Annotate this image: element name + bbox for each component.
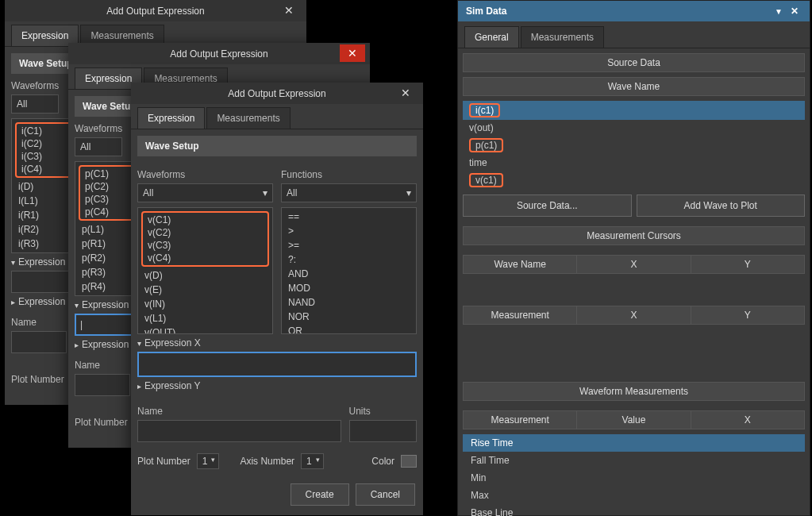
panel-title[interactable]: Sim Data ▼ ✕: [458, 1, 810, 21]
measurement-row[interactable]: Max: [463, 487, 805, 504]
axis-number-select[interactable]: 1: [301, 453, 324, 469]
dialog-title: Add Output Expression: [170, 48, 267, 60]
list-item[interactable]: MOD: [282, 281, 416, 295]
measurement-cursors-header: Measurement Cursors: [463, 226, 805, 245]
tab-measurements[interactable]: Measurements: [206, 107, 290, 129]
col-wave-name: Wave Name: [464, 256, 577, 273]
waveforms-filter-select[interactable]: All: [11, 94, 59, 114]
titlebar[interactable]: Add Output Expression ✕: [131, 83, 423, 104]
list-item[interactable]: ==: [282, 210, 416, 224]
waveforms-listbox[interactable]: v(C1) v(C2) v(C3) v(C4) v(D) v(E) v(IN) …: [137, 207, 273, 334]
waveform-measurements-header: Waveform Measurements: [463, 382, 805, 401]
plot-number-select[interactable]: 1: [197, 453, 220, 469]
tab-expression[interactable]: Expression: [137, 107, 205, 129]
source-data-header: Source Data: [463, 53, 805, 72]
wave-row[interactable]: time: [463, 155, 805, 171]
add-wave-button[interactable]: Add Wave to Plot: [637, 194, 806, 217]
name-input[interactable]: [137, 420, 341, 442]
wave-row[interactable]: v(out): [463, 120, 805, 136]
wave-name-list[interactable]: i(c1) v(out) p(c1) time v(c1): [463, 101, 805, 190]
expression-y-toggle[interactable]: Expression Y: [137, 377, 417, 395]
measurement-row[interactable]: Base Line: [463, 504, 805, 516]
col-x: X: [691, 411, 804, 429]
close-icon[interactable]: ✕: [393, 84, 418, 102]
dialog-title: Add Output Expression: [228, 88, 325, 99]
panel-tabs: General Measurements: [458, 26, 810, 48]
waveforms-filter-select[interactable]: All: [75, 137, 122, 156]
list-item[interactable]: v(C2): [144, 226, 266, 239]
col-y: Y: [691, 306, 804, 324]
list-item[interactable]: v(C1): [144, 214, 266, 226]
panel-title-label: Sim Data: [466, 6, 506, 17]
list-item[interactable]: v(D): [138, 268, 272, 283]
col-measurement: Measurement: [464, 411, 577, 429]
wave-setup-header: Wave Setup: [137, 136, 417, 156]
list-item[interactable]: >: [282, 224, 416, 238]
titlebar[interactable]: Add Output Expression ✕: [68, 43, 370, 64]
functions-label: Functions: [281, 169, 417, 180]
tabs: Expression Measurements: [131, 107, 423, 129]
col-wave-name: Wave Name: [464, 78, 804, 95]
tab-general[interactable]: General: [464, 26, 519, 48]
wave-row[interactable]: i(c1): [463, 101, 805, 120]
list-item[interactable]: v(IN): [138, 297, 272, 311]
list-item[interactable]: ?:: [282, 252, 416, 267]
measurement-row[interactable]: Min: [463, 469, 805, 487]
waveforms-filter-select[interactable]: All▾: [137, 183, 273, 202]
close-icon[interactable]: ✕: [276, 2, 302, 19]
list-item[interactable]: v(C4): [144, 252, 266, 264]
close-icon[interactable]: ✕: [340, 44, 365, 62]
list-item[interactable]: OR: [282, 324, 416, 334]
name-input[interactable]: [75, 374, 130, 396]
name-input[interactable]: [11, 331, 67, 353]
pin-icon[interactable]: ▼: [770, 7, 787, 16]
color-label: Color: [371, 456, 394, 467]
list-item[interactable]: v(C3): [144, 239, 266, 252]
list-item[interactable]: NOR: [282, 310, 416, 324]
list-item[interactable]: AND: [282, 267, 416, 281]
name-label: Name: [137, 406, 341, 417]
cancel-button[interactable]: Cancel: [356, 483, 415, 506]
tab-measurements[interactable]: Measurements: [521, 26, 604, 48]
titlebar[interactable]: Add Output Expression ✕: [5, 0, 306, 21]
source-data-button[interactable]: Source Data...: [463, 194, 632, 217]
expression-x-input[interactable]: [137, 352, 417, 377]
list-item[interactable]: >=: [282, 238, 416, 252]
color-swatch[interactable]: [401, 455, 417, 468]
list-item[interactable]: NAND: [282, 295, 416, 310]
wave-row[interactable]: p(c1): [463, 136, 805, 155]
col-y: Y: [691, 256, 804, 273]
sim-data-panel: Sim Data ▼ ✕ General Measurements Source…: [457, 0, 810, 516]
axis-number-label: Axis Number: [240, 456, 294, 467]
col-x: X: [577, 256, 691, 273]
create-button[interactable]: Create: [291, 483, 349, 506]
wave-row[interactable]: v(c1): [463, 171, 805, 190]
col-measurement: Measurement: [464, 306, 577, 324]
highlighted-group: v(C1) v(C2) v(C3) v(C4): [141, 211, 269, 267]
col-x: X: [577, 306, 691, 324]
close-icon[interactable]: ✕: [787, 6, 802, 17]
dialog-title: Add Output Expression: [106, 6, 204, 17]
list-item[interactable]: v(L1): [138, 311, 272, 325]
waveforms-label: Waveforms: [137, 169, 273, 180]
functions-listbox[interactable]: == > >= ?: AND MOD NAND NOR OR XOR ^: [281, 207, 417, 334]
measurement-row[interactable]: Fall Time: [463, 452, 805, 469]
col-value: Value: [577, 411, 691, 429]
functions-filter-select[interactable]: All▾: [281, 183, 417, 202]
plot-number-label: Plot Number: [137, 456, 190, 467]
list-item[interactable]: v(OUT): [138, 325, 272, 334]
measurement-row[interactable]: Rise Time: [463, 434, 805, 452]
add-output-expression-dialog-3: Add Output Expression ✕ Expression Measu…: [131, 83, 423, 515]
list-item[interactable]: v(E): [138, 283, 272, 297]
expression-x-toggle[interactable]: Expression X: [137, 334, 417, 352]
units-input[interactable]: [349, 420, 418, 442]
units-label: Units: [349, 406, 418, 417]
waveform-measurement-list[interactable]: Rise Time Fall Time Min Max Base Line To…: [463, 434, 805, 516]
